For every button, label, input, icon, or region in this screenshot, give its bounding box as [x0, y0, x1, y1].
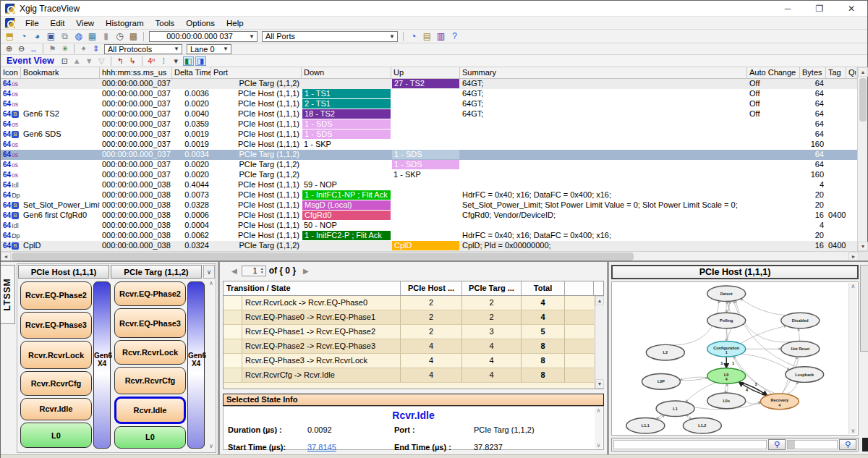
ltssm-node-l11[interactable]: L1.1 — [626, 417, 665, 433]
menu-tools[interactable]: Tools — [149, 19, 180, 27]
ordered-set-chip[interactable]: 18 - TS2 — [302, 109, 391, 119]
grid-view-icon[interactable]: ▦ — [86, 31, 98, 42]
decode-view-icon[interactable]: ▥ — [435, 31, 447, 42]
ltssm-node-l2[interactable]: L2 — [646, 344, 684, 360]
ltssm-state-rcvr-rcvrcfg[interactable]: Rcvr.RcvrCfg — [114, 367, 186, 394]
event-table-header[interactable]: IconBookmarkhhh:mm:ss.ms_usDelta TimePor… — [1, 67, 859, 79]
ltssm-state-rcvr-eq-phase3[interactable]: Rcvr.EQ-Phase3 — [114, 308, 186, 338]
transition-row[interactable]: Rcvr.RcvrLock -> Rcvr.EQ-Phase0224 — [224, 296, 594, 310]
time-dropdown-icon[interactable]: ▼ — [247, 33, 257, 40]
event-row[interactable]: 64os000:00:00.000_0370.0359PCIe Host (1,… — [1, 119, 859, 130]
event-row[interactable]: 64BCplD000:00:00.000_0380.0324PCIe Targ … — [1, 241, 859, 251]
lane-dropdown-icon[interactable]: ▼ — [221, 46, 231, 52]
menu-options[interactable]: Options — [180, 19, 221, 27]
event-row[interactable]: 64BGen6 SDS000:00:00.000_0370.0019PCIe H… — [1, 130, 859, 140]
tab-ltssm[interactable]: LTSSM — [1, 265, 15, 324]
scroll-right-icon[interactable]: ► — [848, 252, 859, 261]
menu-edit[interactable]: Edit — [45, 19, 71, 27]
search-icon[interactable]: ⌖ — [78, 44, 89, 54]
scroll-up-icon[interactable]: ▲ — [595, 296, 604, 305]
ltssm-node-l1[interactable]: L1 — [656, 401, 694, 417]
transition-row[interactable]: Rcvr.EQ-Phase2 -> Rcvr.EQ-Phase3448 — [224, 339, 594, 354]
ltssm-state-rcvr-rcvrlock[interactable]: Rcvr.RcvrLock — [114, 340, 186, 365]
ltssm-state-l0[interactable]: L0 — [20, 423, 92, 449]
ordered-set-chip[interactable]: 1 - InitFC2-P ; Flit Ack — [302, 231, 391, 240]
transition-column-header[interactable]: Transition / State — [224, 281, 401, 295]
ltssm-node-disabled[interactable]: Disabled — [781, 313, 820, 328]
column-header-up[interactable]: Up — [391, 67, 460, 78]
event-row[interactable]: 64Dp000:00:00.000_0380.0073PCIe Host (1,… — [1, 190, 859, 200]
column-header-delta-time[interactable]: Delta Time — [172, 67, 211, 78]
ltssm-node-l12[interactable]: L1.2 — [683, 417, 721, 433]
trace-prev-icon[interactable]: ◔ — [17, 31, 30, 42]
transition-row[interactable]: Rcvr.EQ-Phase0 -> Rcvr.EQ-Phase1224 — [224, 310, 594, 325]
ltssm-node-hotreset[interactable]: Hot Reset — [781, 341, 820, 357]
minimize-button[interactable]: ─ — [772, 1, 804, 16]
menu-file[interactable]: File — [20, 19, 45, 27]
sync-icon[interactable]: ⇕ — [90, 44, 101, 54]
prev-event-icon[interactable]: ▲ — [72, 56, 82, 66]
scroll-up-icon[interactable]: ▲ — [858, 67, 868, 77]
column-header-bytes[interactable]: Bytes — [800, 67, 826, 78]
ordered-set-chip[interactable]: 1 - SDS — [302, 130, 391, 139]
column-header-summary[interactable]: Summary — [460, 67, 747, 78]
diagram-zoom-in-icon[interactable]: ⚲ — [839, 439, 856, 450]
column-header-down[interactable]: Down — [302, 67, 391, 78]
scroll-down-icon[interactable]: ▼ — [595, 379, 604, 389]
tag-icon[interactable]: ⚑ — [47, 44, 58, 54]
event-row[interactable]: 64BGen6 first CfgRd0000:00:00.000_0380.0… — [1, 211, 859, 221]
column-header-qu[interactable]: Qu — [846, 67, 856, 78]
ltssm-node-polling[interactable]: Polling — [707, 313, 746, 328]
ordered-set-chip[interactable]: 1 - SDS — [392, 150, 459, 159]
transition-column-header[interactable]: Total — [522, 281, 565, 295]
ports-dropdown-icon[interactable]: ▼ — [387, 33, 397, 40]
pager-next-icon[interactable]: ▶ — [303, 267, 309, 275]
blue-view-icon[interactable]: ◨ — [195, 56, 206, 66]
ssi-scrollbar[interactable]: ∧∨ — [595, 407, 603, 449]
event-row[interactable]: 64Dp000:00:00.000_0380.0062PCIe Host (1,… — [1, 231, 859, 241]
pause-icon[interactable]: ▮ — [100, 31, 112, 42]
event-table-horizontal-scrollbar[interactable]: ◄ ► — [1, 251, 868, 260]
protocols-dropdown-icon[interactable]: ▼ — [171, 46, 182, 52]
event-row[interactable]: 64Idl000:00:00.000_0380.4044PCIe Host (1… — [1, 180, 859, 190]
chevron-down-icon[interactable]: ∨ — [597, 442, 601, 449]
ltssm-state-rcvr-idle[interactable]: Rcvr.Idle — [20, 398, 92, 420]
app-menu-icon[interactable] — [5, 18, 15, 28]
event-row[interactable]: 64os000:00:00.000_0370.0020PCIe Targ (1,… — [1, 160, 859, 170]
event-row[interactable]: 64os000:00:00.000_0370.0020PCIe Host (1,… — [1, 99, 859, 109]
ltssm-port-button[interactable]: PCIe Targ (1,1,2) — [111, 265, 202, 279]
event-row[interactable]: 64os000:00:00.000_0370.0020PCIe Targ (1,… — [1, 170, 859, 180]
diagram-vertical-scrollbar[interactable]: ∧∨ — [848, 283, 857, 434]
marker-icon[interactable]: ✳ — [59, 44, 70, 54]
ordered-set-chip[interactable]: 1 - SDS — [302, 119, 391, 129]
transition-row[interactable]: Rcvr.RcvrCfg -> Rcvr.Idle448 — [224, 368, 594, 383]
transition-row[interactable]: Rcvr.EQ-Phase3 -> Rcvr.RcvrLock448 — [224, 354, 594, 368]
lane-combobox[interactable]: Lane 0 ▼ — [187, 44, 231, 54]
jump-next-icon[interactable]: ↳ — [127, 56, 138, 66]
ltssm-node-recovery[interactable]: Recovery4 — [760, 394, 799, 410]
ltssm-state-rcvr-rcvrlock[interactable]: Rcvr.RcvrLock — [20, 341, 92, 369]
transition-column-header[interactable]: PCIe Host ... — [401, 281, 462, 295]
ltssm-state-rcvr-eq-phase3[interactable]: Rcvr.EQ-Phase3 — [20, 312, 92, 339]
ordered-set-chip[interactable]: 1 - InitFC1-NP ; Flit Ack — [302, 190, 391, 200]
capture-icon[interactable]: ◍ — [72, 31, 85, 42]
save-icon[interactable]: ▣ — [45, 31, 57, 42]
menu-help[interactable]: Help — [221, 19, 250, 27]
ltssm-node-config[interactable]: Configuration1 — [707, 341, 746, 357]
help-icon[interactable]: ? — [448, 31, 461, 42]
ordered-set-chip[interactable]: CplD — [392, 241, 459, 250]
collapsed-side-tab[interactable] — [860, 265, 868, 352]
select-event-icon[interactable]: ⊡ — [59, 56, 70, 66]
start-time-link[interactable]: 37.8145 — [307, 443, 394, 451]
ordered-set-chip[interactable]: 27 - TS2 — [392, 79, 459, 88]
decode-4n-icon[interactable]: 4ⁿ — [146, 56, 157, 66]
pager-prev-icon[interactable]: ◀ — [231, 267, 237, 275]
ltssm-node-l0s[interactable]: L0s — [707, 393, 746, 409]
menu-view[interactable]: View — [70, 19, 100, 27]
zoom-in-icon[interactable]: ⊕ — [4, 44, 14, 54]
ltssm-node-loopback[interactable]: Loopback — [786, 367, 824, 383]
ltssm-state-rcvr-idle[interactable]: Rcvr.Idle — [114, 396, 186, 424]
trace-next-icon[interactable]: ◕ — [31, 31, 43, 42]
chevron-up-icon[interactable]: ∧ — [209, 280, 213, 287]
ltssm-port-button[interactable]: PCIe Host (1,1,1) — [18, 265, 109, 279]
